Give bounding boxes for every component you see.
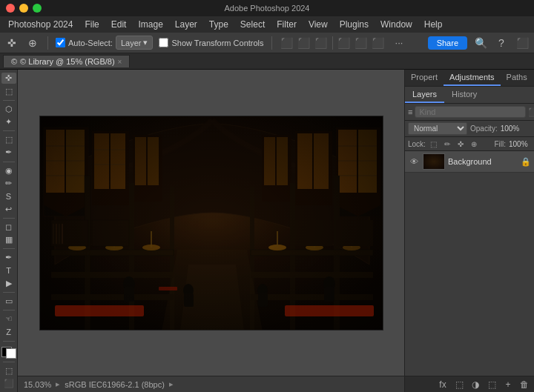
traffic-lights <box>6 4 42 13</box>
tool-separator-1 <box>3 100 15 101</box>
move-tool-icon: ✜ <box>4 36 19 50</box>
layers-toolbar: ≡ ⬛ A T ▭ ◉ <box>405 104 534 121</box>
background-layer-row[interactable]: 👁 Background 🔒 <box>405 151 534 173</box>
arrange-icon[interactable]: ⬛ <box>515 36 530 50</box>
lock-pixels-icon[interactable]: ✏ <box>442 139 452 149</box>
menu-plugins[interactable]: Plugins <box>334 18 374 31</box>
share-button[interactable]: Share <box>428 36 467 50</box>
align-center-icon[interactable]: ⬛ <box>297 36 312 50</box>
transform-label: Show Transform Controls <box>171 39 263 47</box>
gradient-tool[interactable]: ▦ <box>1 234 16 245</box>
minimize-button[interactable] <box>19 4 28 13</box>
distribute2-icon[interactable]: ⬛ <box>354 36 369 50</box>
layer-mask-icon[interactable]: ⬚ <box>452 378 466 391</box>
more-options-icon[interactable]: ··· <box>392 36 407 50</box>
left-toolbar: ✜ ⬚ ⬡ ✦ ⬚ ✒ ◉ ✏ S ↩ ◻ ▦ ✒ T ▶ ▭ ☜ Z ⬚ ⬛ <box>0 70 18 392</box>
hand-tool[interactable]: ☜ <box>1 313 16 325</box>
menu-edit[interactable]: Edit <box>106 18 132 31</box>
search-icon[interactable]: 🔍 <box>473 36 488 50</box>
eraser-tool[interactable]: ◻ <box>1 222 16 233</box>
auto-select-checkbox[interactable] <box>56 38 65 47</box>
crop-tool[interactable]: ⬚ <box>1 134 16 145</box>
main-layout: ✜ ⬚ ⬡ ✦ ⬚ ✒ ◉ ✏ S ↩ ◻ ▦ ✒ T ▶ ▭ ☜ Z ⬚ ⬛ <box>0 70 534 392</box>
auto-select-value[interactable]: Layer ▾ <box>116 36 154 50</box>
menu-photoshop[interactable]: Photoshop 2024 <box>3 18 78 31</box>
menu-filter[interactable]: Filter <box>271 18 302 31</box>
new-layer-icon[interactable]: + <box>501 378 515 391</box>
screen-mode-tool[interactable]: ⬛ <box>1 378 16 389</box>
delete-layer-icon[interactable]: 🗑 <box>518 378 531 391</box>
filter-pixel-icon[interactable]: ⬛ <box>528 106 534 118</box>
align-right-icon[interactable]: ⬛ <box>314 36 329 50</box>
pen-tool[interactable]: ✒ <box>1 252 16 263</box>
close-button[interactable] <box>6 4 15 13</box>
magic-wand-tool[interactable]: ✦ <box>1 116 16 127</box>
canvas-wrapper[interactable] <box>18 70 404 376</box>
brush-tool[interactable]: ✏ <box>1 178 16 189</box>
history-brush-tool[interactable]: ↩ <box>1 203 16 214</box>
panel-subtabs: Layers History <box>405 87 534 104</box>
options-divider-2 <box>271 36 272 50</box>
menu-view[interactable]: View <box>303 18 333 31</box>
menu-window[interactable]: Window <box>375 18 418 31</box>
layer-adjustment-icon[interactable]: ◑ <box>469 378 482 391</box>
move-tool[interactable]: ✜ <box>1 73 16 84</box>
lock-transparent-icon[interactable]: ⬚ <box>429 139 439 149</box>
menu-type[interactable]: Type <box>204 18 234 31</box>
chevron-down-icon: ▾ <box>143 38 148 47</box>
lock-bar: Lock: ⬚ ✏ ✜ ⊕ Fill: 100% <box>405 137 534 151</box>
paths-tab[interactable]: Paths <box>501 70 533 86</box>
opacity-value[interactable]: 100% <box>501 124 523 133</box>
align-left-icon[interactable]: ⬛ <box>280 36 294 50</box>
clone-stamp-tool[interactable]: S <box>1 190 16 202</box>
tool-separator-5 <box>3 248 15 249</box>
blend-mode-bar: Normal Multiply Screen Opacity: 100% <box>405 121 534 137</box>
layer-visibility-icon[interactable]: 👁 <box>408 156 420 167</box>
canvas-svg <box>40 116 383 330</box>
menu-help[interactable]: Help <box>419 18 448 31</box>
eyedropper-tool[interactable]: ✒ <box>1 147 16 158</box>
marquee-tool[interactable]: ⬚ <box>1 85 16 96</box>
quick-mask-tool[interactable]: ⬚ <box>1 365 16 376</box>
lock-position-icon[interactable]: ✜ <box>455 139 466 149</box>
auto-select-check[interactable]: Auto-Select: Layer ▾ <box>56 36 153 50</box>
document-tab[interactable]: © © Library @ 15% (RGB/8) × <box>3 55 130 67</box>
spot-heal-tool[interactable]: ◉ <box>1 165 16 176</box>
blend-mode-select[interactable]: Normal Multiply Screen <box>408 122 467 135</box>
lock-artboard-icon[interactable]: ⊕ <box>469 139 479 149</box>
background-color[interactable] <box>6 348 16 359</box>
path-select-tool[interactable]: ▶ <box>1 278 16 289</box>
properties-tab[interactable]: Propert <box>405 70 444 86</box>
menu-image[interactable]: Image <box>133 18 168 31</box>
opacity-label: Opacity: <box>470 124 498 133</box>
type-tool[interactable]: T <box>1 265 16 276</box>
transform-check[interactable]: Show Transform Controls <box>159 38 263 47</box>
distribute3-icon[interactable]: ⬛ <box>371 36 386 50</box>
tab-bar: © © Library @ 15% (RGB/8) × <box>0 53 534 70</box>
zoom-level: 15.03% <box>24 380 51 389</box>
layer-fx-icon[interactable]: fx <box>436 378 449 391</box>
transform-checkbox[interactable] <box>159 38 168 47</box>
layers-filter-input[interactable] <box>415 106 526 118</box>
tool-separator-9 <box>3 362 15 362</box>
right-panel: Propert Adjustments Paths Chann Layers H… <box>404 70 534 392</box>
svg-rect-79 <box>40 116 383 330</box>
tab-close-icon[interactable]: × <box>118 58 122 66</box>
maximize-button[interactable] <box>33 4 42 13</box>
zoom-tool[interactable]: Z <box>1 326 16 337</box>
color-swatch[interactable] <box>1 347 16 358</box>
adjustments-tab[interactable]: Adjustments <box>444 70 501 86</box>
layers-subtab[interactable]: Layers <box>405 87 444 103</box>
fill-value[interactable]: 100% <box>509 140 531 148</box>
shape-tool[interactable]: ▭ <box>1 296 16 307</box>
distribute-icon[interactable]: ⬛ <box>337 36 352 50</box>
tab-modified-icon: © <box>11 57 17 66</box>
history-subtab[interactable]: History <box>444 87 484 103</box>
layer-group-icon[interactable]: ⬚ <box>485 378 498 391</box>
menu-file[interactable]: File <box>79 18 104 31</box>
help-icon[interactable]: ? <box>494 36 509 50</box>
menu-select[interactable]: Select <box>235 18 270 31</box>
menu-layer[interactable]: Layer <box>170 18 202 31</box>
transform-arrows-icon: ⊕ <box>25 36 40 50</box>
lasso-tool[interactable]: ⬡ <box>1 103 16 114</box>
